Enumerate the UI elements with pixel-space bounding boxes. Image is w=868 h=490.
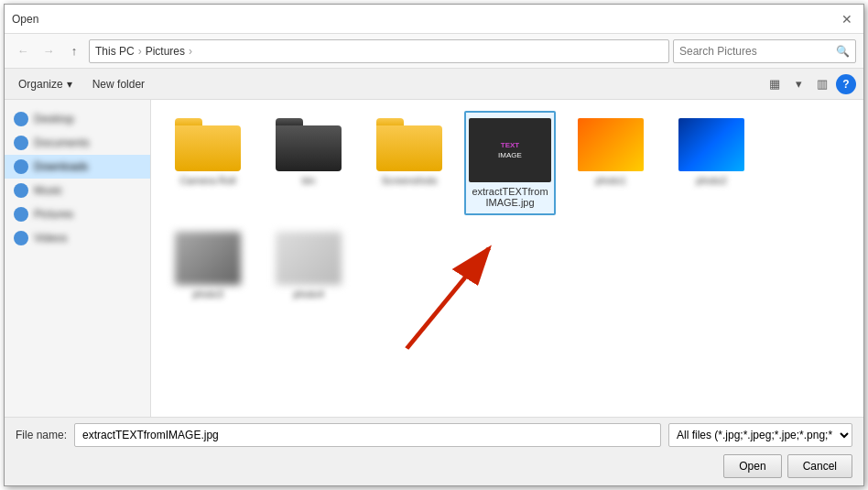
thumb-text-image: IMAGE [498, 151, 522, 159]
thumb-photo3 [175, 232, 241, 285]
thumb-photo4 [276, 232, 342, 285]
title-bar-left: Open [12, 13, 38, 26]
file-label-bin: bin [302, 175, 316, 186]
file-label-photo2: photo2 [696, 175, 727, 186]
file-item-photo4[interactable]: photo4 [263, 224, 354, 307]
open-button[interactable]: Open [723, 454, 781, 478]
organize-label: Organize [18, 78, 63, 91]
footer-filename-row: File name: All files (*.jpg;*.jpeg;*.jpe… [5, 417, 863, 451]
search-box[interactable]: 🔍 [673, 39, 856, 63]
file-label-photo4: photo4 [293, 289, 324, 299]
sidebar-label-documents: Documents [34, 136, 90, 149]
file-item-photo1[interactable]: photo1 [565, 111, 656, 215]
videos-icon [14, 231, 28, 245]
sidebar-item-downloads[interactable]: Downloads [5, 155, 150, 179]
file-grid: Camera Roll bin [162, 111, 852, 307]
footer-buttons-row: Open Cancel [5, 451, 863, 485]
action-bar: Organize ▾ New folder ▦ ▾ ▥ ? [5, 69, 863, 100]
pictures-icon [14, 207, 28, 222]
search-icon: 🔍 [836, 45, 850, 58]
file-item-extract[interactable]: TEXT IMAGE extractTEXTfromIMAGE.jpg [464, 111, 556, 215]
close-button[interactable]: ✕ [838, 10, 856, 28]
search-input[interactable] [679, 45, 836, 58]
sidebar-label-music: Music [34, 184, 62, 197]
sidebar-item-pictures[interactable]: Pictures [5, 202, 150, 226]
sidebar-label-downloads: Downloads [34, 160, 88, 173]
folder-icon-screenshots [376, 118, 442, 171]
dialog-title: Open [12, 13, 38, 26]
breadcrumb-current: Pictures [146, 45, 185, 58]
view-toggle-button[interactable]: ▦ [765, 74, 785, 94]
back-button[interactable]: ← [12, 40, 34, 62]
sidebar-label-desktop: Desktop [34, 113, 74, 125]
new-folder-button[interactable]: New folder [86, 75, 151, 93]
view-controls: ▦ ▾ ▥ ? [765, 74, 856, 94]
thumb-photo2 [678, 118, 744, 171]
view-dropdown-button[interactable]: ▾ [788, 74, 808, 94]
thumb-photo1 [578, 118, 644, 171]
thumb-text-extract: TEXT [501, 141, 519, 150]
filename-label: File name: [16, 429, 67, 441]
sidebar-label-pictures: Pictures [34, 208, 73, 221]
help-button[interactable]: ? [836, 74, 856, 94]
title-bar: Open ✕ [5, 5, 863, 34]
folder-icon-bin [276, 118, 342, 171]
sidebar-item-videos[interactable]: Videos [5, 226, 150, 250]
file-label-photo3: photo3 [192, 289, 223, 299]
file-label-photo1: photo1 [595, 175, 626, 186]
breadcrumb-bar[interactable]: This PC › Pictures › [89, 39, 669, 63]
file-item-photo2[interactable]: photo2 [666, 111, 757, 215]
file-item-camera-roll[interactable]: Camera Roll [162, 111, 254, 215]
panel-button[interactable]: ▥ [812, 74, 832, 94]
open-dialog: Open ✕ ← → ↑ This PC › Pictures › 🔍 Orga… [4, 4, 864, 486]
sidebar-item-documents[interactable]: Documents [5, 131, 150, 155]
content-wrapper: Camera Roll bin [151, 100, 863, 417]
downloads-icon [14, 159, 28, 174]
cancel-button[interactable]: Cancel [787, 454, 852, 478]
documents-icon [14, 136, 28, 150]
folder-icon-camera-roll [175, 118, 241, 171]
file-item-photo3[interactable]: photo3 [162, 224, 254, 307]
sidebar: Desktop Documents Downloads Music Pictur… [5, 100, 151, 417]
music-icon [14, 183, 28, 198]
file-item-bin[interactable]: bin [263, 111, 354, 215]
breadcrumb-sep1: › [138, 45, 142, 58]
forward-button[interactable]: → [38, 40, 60, 62]
sidebar-item-music[interactable]: Music [5, 179, 150, 202]
desktop-icon [14, 112, 28, 126]
sidebar-item-desktop[interactable]: Desktop [5, 107, 150, 131]
breadcrumb-sep2: › [189, 45, 192, 58]
breadcrumb-root: This PC [95, 45, 135, 58]
filetype-select[interactable]: All files (*.jpg;*.jpeg;*.jpe;*.png;* [668, 423, 852, 447]
sidebar-label-videos: Videos [34, 232, 67, 245]
file-label-screenshots: Screenshots [381, 175, 437, 186]
thumbnail-extract: TEXT IMAGE [469, 118, 551, 182]
toolbar: ← → ↑ This PC › Pictures › 🔍 [5, 34, 863, 69]
up-button[interactable]: ↑ [63, 40, 85, 62]
content-area: Camera Roll bin [151, 100, 863, 417]
organize-button[interactable]: Organize ▾ [12, 75, 79, 93]
file-label-extract: extractTEXTfromIMAGE.jpg [472, 186, 548, 208]
organize-dropdown-icon: ▾ [67, 78, 72, 91]
filename-input[interactable] [74, 423, 661, 447]
file-item-screenshots[interactable]: Screenshots [363, 111, 455, 215]
file-label-camera-roll: Camera Roll [179, 175, 235, 186]
main-area: Desktop Documents Downloads Music Pictur… [5, 100, 863, 417]
